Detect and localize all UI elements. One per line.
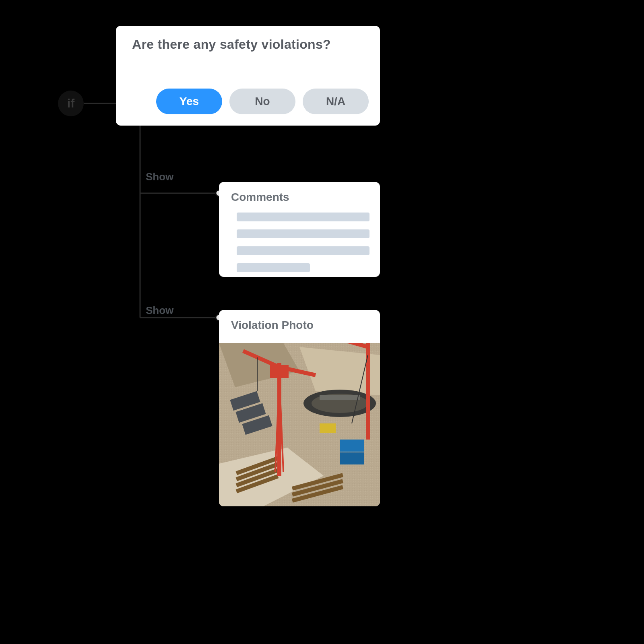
card-title: Violation Photo	[231, 319, 314, 332]
options-row: Yes No N/A	[156, 89, 369, 114]
option-label: No	[255, 95, 270, 108]
condition-badge: if	[58, 91, 84, 116]
svg-rect-31	[272, 367, 287, 376]
placeholder-line	[237, 229, 369, 238]
option-label: Yes	[180, 95, 199, 108]
question-text: Are there any safety violations?	[132, 37, 364, 52]
violation-photo-card: Violation Photo	[219, 310, 380, 506]
placeholder-line	[237, 263, 310, 272]
svg-rect-14	[320, 395, 360, 400]
condition-badge-label: if	[67, 97, 74, 110]
branch-action-label: Show	[146, 171, 173, 183]
comments-card: Comments	[219, 182, 380, 277]
svg-rect-27	[320, 423, 336, 433]
svg-rect-25	[340, 440, 364, 452]
question-card: Are there any safety violations? Yes No …	[116, 26, 380, 126]
option-no[interactable]: No	[229, 89, 295, 114]
option-na[interactable]: N/A	[303, 89, 369, 114]
placeholder-line	[237, 213, 369, 221]
option-yes[interactable]: Yes	[156, 89, 222, 114]
comments-placeholder	[237, 213, 369, 272]
placeholder-line	[237, 246, 369, 255]
violation-photo	[219, 343, 380, 506]
card-title: Comments	[231, 191, 289, 204]
svg-rect-26	[340, 452, 364, 464]
option-label: N/A	[326, 95, 345, 108]
branch-action-label: Show	[146, 304, 173, 317]
